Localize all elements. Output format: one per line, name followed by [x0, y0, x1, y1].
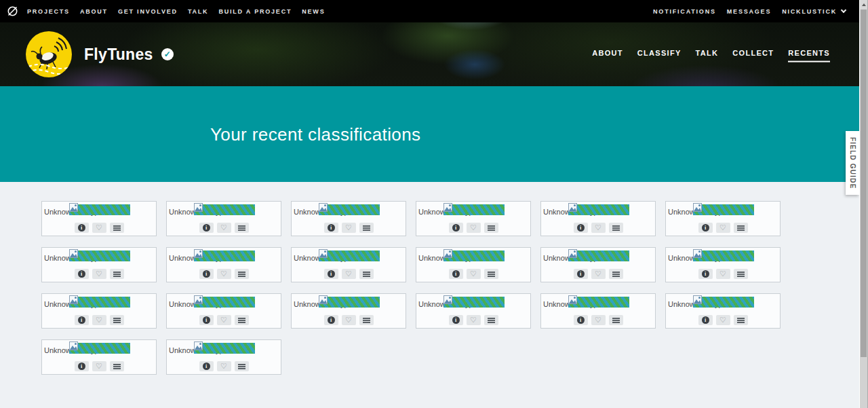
subject-info-button[interactable]: i — [698, 223, 713, 233]
collection-button[interactable] — [235, 315, 249, 325]
subject-thumbnail-placeholder[interactable] — [319, 251, 380, 261]
subject-thumbnail-placeholder[interactable] — [319, 297, 380, 308]
messages-link[interactable]: MESSAGES — [727, 8, 771, 15]
favorite-button[interactable]: ♡ — [217, 223, 231, 233]
collection-button[interactable] — [734, 223, 748, 233]
collection-button[interactable] — [359, 315, 374, 325]
collection-button[interactable] — [609, 223, 623, 233]
project-tab-talk[interactable]: TALK — [696, 49, 719, 62]
project-tab-collect[interactable]: COLLECT — [732, 49, 774, 62]
subject-thumbnail-placeholder[interactable] — [568, 297, 629, 308]
subject-info-button[interactable]: i — [698, 315, 713, 325]
favorite-button[interactable]: ♡ — [92, 361, 106, 371]
subject-info-button[interactable]: i — [574, 223, 588, 233]
subject-info-button[interactable]: i — [698, 269, 713, 279]
subject-thumbnail-placeholder[interactable] — [568, 204, 629, 215]
project-tab-classify[interactable]: CLASSIFY — [637, 49, 682, 62]
collection-button[interactable] — [110, 269, 124, 279]
subject-info-button[interactable]: i — [324, 269, 338, 279]
subject-info-button[interactable]: i — [324, 223, 338, 233]
favorite-button[interactable]: ♡ — [591, 269, 606, 279]
nav-talk[interactable]: TALK — [188, 8, 209, 15]
collection-button[interactable] — [609, 269, 623, 279]
subject-thumbnail-placeholder[interactable] — [693, 251, 754, 261]
nav-get-involved[interactable]: GET INVOLVED — [118, 8, 178, 15]
project-tab-recents[interactable]: RECENTS — [788, 49, 830, 62]
collection-button[interactable] — [110, 223, 124, 233]
notifications-link[interactable]: NOTIFICATIONS — [653, 8, 716, 15]
collection-button[interactable] — [484, 223, 498, 233]
subject-info-button[interactable]: i — [199, 223, 214, 233]
collection-button[interactable] — [235, 223, 249, 233]
subject-thumbnail-placeholder[interactable] — [69, 251, 130, 261]
favorite-button[interactable]: ♡ — [92, 315, 106, 325]
subject-thumbnail-placeholder[interactable] — [194, 343, 255, 354]
subject-thumbnail-placeholder[interactable] — [443, 251, 505, 261]
subject-thumbnail-placeholder[interactable] — [69, 297, 130, 308]
collection-button[interactable] — [484, 315, 498, 325]
favorite-button[interactable]: ♡ — [716, 223, 730, 233]
nav-projects[interactable]: PROJECTS — [27, 8, 70, 15]
favorite-button[interactable]: ♡ — [342, 223, 356, 233]
subject-thumbnail-placeholder[interactable] — [443, 204, 505, 215]
subject-info-button[interactable]: i — [449, 223, 463, 233]
subject-info-button[interactable]: i — [449, 269, 463, 279]
zooniverse-logo-icon[interactable] — [7, 5, 18, 17]
subject-thumbnail-placeholder[interactable] — [443, 297, 505, 308]
favorite-button[interactable]: ♡ — [92, 269, 106, 279]
subject-thumbnail-placeholder[interactable] — [194, 204, 255, 215]
subject-info-button[interactable]: i — [199, 269, 214, 279]
subject-thumbnail-placeholder[interactable] — [568, 251, 629, 261]
collection-button[interactable] — [235, 269, 249, 279]
favorite-button[interactable]: ♡ — [591, 223, 606, 233]
subject-info-button[interactable]: i — [574, 269, 588, 279]
collection-button[interactable] — [734, 315, 748, 325]
collection-button[interactable] — [359, 269, 374, 279]
subject-info-button[interactable]: i — [199, 361, 214, 371]
collection-button[interactable] — [609, 315, 623, 325]
collection-button[interactable] — [734, 269, 748, 279]
subject-info-button[interactable]: i — [449, 315, 463, 325]
favorite-button[interactable]: ♡ — [92, 223, 106, 233]
field-guide-tab[interactable]: FIELD GUIDE — [846, 131, 859, 195]
favorite-button[interactable]: ♡ — [467, 223, 481, 233]
subject-info-button[interactable]: i — [574, 315, 588, 325]
collection-button[interactable] — [235, 361, 249, 371]
subject-thumbnail-placeholder[interactable] — [69, 204, 130, 215]
collection-button[interactable] — [110, 315, 124, 325]
subject-info-button[interactable]: i — [75, 223, 89, 233]
subject-thumbnail-placeholder[interactable] — [693, 297, 754, 308]
subject-info-button[interactable]: i — [75, 361, 89, 371]
subject-info-button[interactable]: i — [75, 269, 89, 279]
favorite-button[interactable]: ♡ — [342, 315, 356, 325]
scrollbar-up-arrow[interactable] — [860, 0, 867, 10]
subject-thumbnail-placeholder[interactable] — [69, 343, 130, 354]
nav-news[interactable]: NEWS — [302, 8, 325, 15]
favorite-button[interactable]: ♡ — [217, 361, 231, 371]
collection-button[interactable] — [484, 269, 498, 279]
subject-info-button[interactable]: i — [199, 315, 214, 325]
vertical-scrollbar[interactable] — [859, 0, 868, 408]
subject-thumbnail-placeholder[interactable] — [693, 204, 754, 215]
subject-info-button[interactable]: i — [75, 315, 89, 325]
project-tab-about[interactable]: ABOUT — [592, 49, 623, 62]
favorite-button[interactable]: ♡ — [217, 269, 231, 279]
favorite-button[interactable]: ♡ — [467, 269, 481, 279]
subject-thumbnail-placeholder[interactable] — [194, 251, 255, 261]
user-menu[interactable]: NICKLUSTICK — [782, 8, 846, 15]
collection-button[interactable] — [359, 223, 374, 233]
subject-info-button[interactable]: i — [324, 315, 338, 325]
favorite-button[interactable]: ♡ — [217, 315, 231, 325]
favorite-button[interactable]: ♡ — [716, 315, 730, 325]
favorite-button[interactable]: ♡ — [591, 315, 606, 325]
collection-button[interactable] — [110, 361, 124, 371]
subject-thumbnail-placeholder[interactable] — [194, 297, 255, 308]
nav-build-a-project[interactable]: BUILD A PROJECT — [218, 8, 292, 15]
favorite-button[interactable]: ♡ — [716, 269, 730, 279]
scrollbar-thumb[interactable] — [861, 10, 867, 357]
favorite-button[interactable]: ♡ — [342, 269, 356, 279]
nav-about[interactable]: ABOUT — [80, 8, 108, 15]
project-identity[interactable]: FlyTunes ✓ — [0, 31, 174, 77]
subject-thumbnail-placeholder[interactable] — [319, 204, 380, 215]
favorite-button[interactable]: ♡ — [467, 315, 481, 325]
